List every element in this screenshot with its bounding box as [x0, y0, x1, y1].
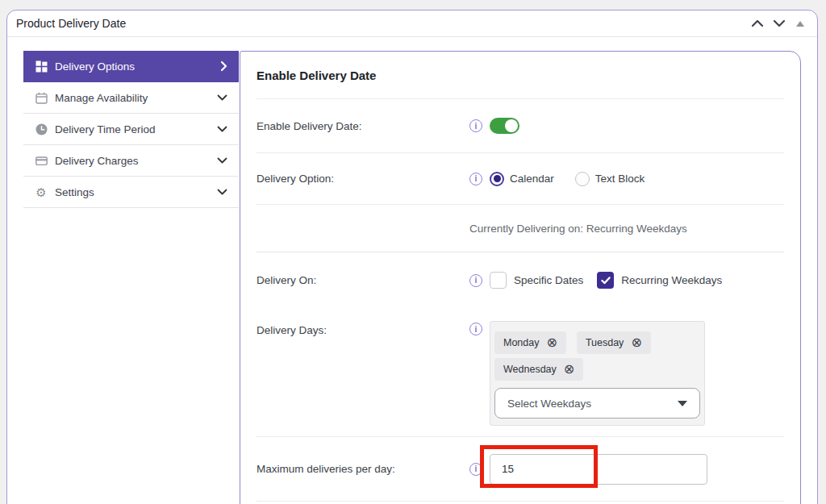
sidebar-item-settings[interactable]: ⚙ Settings: [23, 177, 239, 208]
radio-label: Text Block: [595, 173, 645, 185]
day-tag-label: Wednesday: [503, 364, 557, 375]
gear-icon: ⚙: [35, 185, 48, 198]
delivery-option-row: Delivery Option: i Calendar Text Block: [257, 153, 784, 205]
sidebar-item-delivery-charges[interactable]: Delivery Charges: [23, 145, 239, 177]
select-weekdays-dropdown[interactable]: Select Weekdays: [494, 388, 700, 419]
radio-calendar[interactable]: [490, 172, 504, 186]
radio-text-block[interactable]: [575, 172, 590, 186]
day-tag-label: Tuesday: [586, 337, 624, 348]
enable-delivery-date-toggle[interactable]: [490, 118, 519, 134]
delivery-on-checkbox-group: Specific Dates Recurring Weekdays: [490, 272, 722, 289]
remove-day-icon[interactable]: ⊗: [631, 336, 641, 349]
day-tag-wednesday: Wednesday ⊗: [494, 358, 583, 381]
max-deliveries-input[interactable]: [490, 454, 707, 485]
panel-heading: Enable Delivery Date: [257, 69, 376, 82]
move-up-icon[interactable]: [751, 19, 764, 27]
day-tag-label: Monday: [503, 337, 539, 348]
sidebar-item-label: Manage Availability: [55, 92, 148, 104]
delivery-option-radio-group: Calendar Text Block: [490, 172, 645, 186]
field-label: Delivery On:: [257, 274, 469, 286]
credit-card-icon: [35, 154, 48, 167]
chevron-down-icon: [217, 94, 227, 101]
sidebar-item-label: Delivery Options: [55, 60, 135, 73]
checkbox-recurring-weekdays[interactable]: [597, 272, 614, 289]
chevron-down-icon: [217, 126, 227, 132]
info-icon[interactable]: i: [469, 323, 482, 335]
field-label: Delivery Option:: [257, 173, 469, 185]
collapse-toggle-icon[interactable]: [795, 21, 804, 27]
metabox-title: Product Delivery Date: [16, 17, 126, 30]
day-tag-tuesday: Tuesday ⊗: [577, 331, 651, 354]
delivery-on-row: Delivery On: i Specific Dates Recurring …: [257, 252, 784, 308]
checkbox-label: Recurring Weekdays: [621, 274, 722, 286]
day-tag-monday: Monday ⊗: [494, 331, 566, 354]
panel-heading-row: Enable Delivery Date: [257, 52, 784, 99]
current-delivery-status: Currently Delivering on: Recurring Weekd…: [257, 223, 687, 235]
field-label: Delivery Days:: [257, 321, 469, 336]
select-weekdays-placeholder: Select Weekdays: [507, 398, 591, 410]
grid-icon: [35, 60, 48, 73]
chevron-down-icon: [217, 157, 227, 164]
sidebar-item-manage-availability[interactable]: Manage Availability: [23, 82, 239, 114]
sidebar-item-label: Delivery Time Period: [55, 123, 156, 135]
settings-sidebar: Delivery Options Manage Availability: [23, 51, 239, 208]
remove-day-icon[interactable]: ⊗: [546, 336, 557, 349]
field-label: Enable Delivery Date:: [257, 120, 469, 132]
delivery-days-picker: Monday ⊗ Tuesday ⊗ Wednesday ⊗ Select W: [490, 321, 705, 426]
sidebar-item-delivery-time-period[interactable]: Delivery Time Period: [23, 114, 239, 145]
max-deliveries-row: Maximum deliveries per day: i: [257, 437, 784, 502]
info-icon[interactable]: i: [469, 119, 482, 132]
product-delivery-date-metabox: Product Delivery Date Delivery Options: [6, 10, 818, 504]
metabox-header: Product Delivery Date: [7, 10, 817, 37]
delivery-options-panel: Enable Delivery Date Enable Delivery Dat…: [240, 51, 801, 504]
calendar-icon: [35, 91, 48, 104]
remove-day-icon[interactable]: ⊗: [564, 363, 574, 376]
clock-icon: [35, 123, 48, 135]
metabox-header-controls: [751, 19, 804, 27]
chevron-right-icon: [220, 60, 227, 72]
radio-label: Calendar: [510, 173, 554, 185]
checkbox-specific-dates[interactable]: [490, 272, 507, 289]
sidebar-item-label: Delivery Charges: [55, 155, 139, 167]
info-icon[interactable]: i: [469, 463, 482, 476]
checkbox-label: Specific Dates: [514, 274, 583, 286]
caret-down-icon: [678, 401, 687, 406]
delivery-days-row: Delivery Days: i Monday ⊗ Tuesday ⊗ Wedn…: [257, 308, 784, 437]
enable-delivery-date-row: Enable Delivery Date: i: [257, 99, 784, 153]
chevron-down-icon: [217, 189, 227, 195]
sidebar-item-delivery-options[interactable]: Delivery Options: [23, 51, 239, 82]
field-label: Maximum deliveries per day:: [257, 463, 469, 475]
current-delivery-status-row: Currently Delivering on: Recurring Weekd…: [257, 205, 784, 252]
move-down-icon[interactable]: [773, 19, 786, 27]
sidebar-item-label: Settings: [55, 186, 94, 198]
info-icon[interactable]: i: [469, 173, 482, 185]
info-icon[interactable]: i: [469, 274, 482, 287]
